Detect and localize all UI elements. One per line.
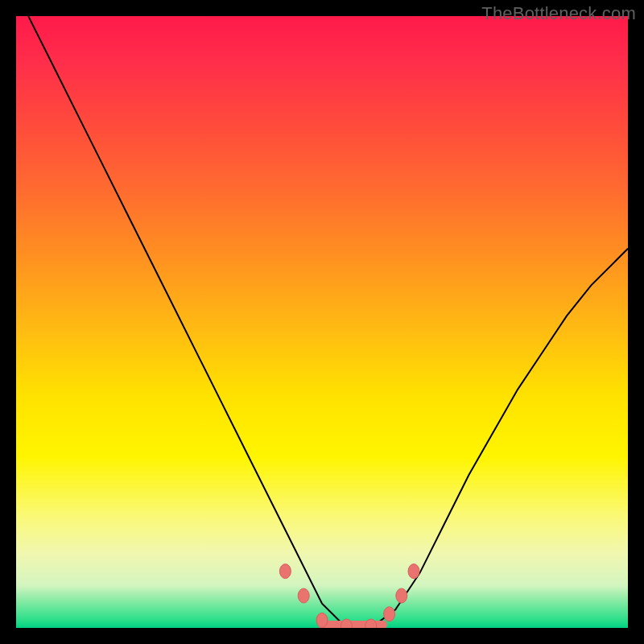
valley-marker-dot (396, 588, 407, 603)
bottleneck-curve (28, 16, 628, 628)
valley-marker-dot (384, 607, 395, 621)
valley-marker-dot (298, 588, 309, 603)
chart-frame: TheBottleneck.com (0, 0, 644, 644)
plot-area (16, 16, 628, 628)
chart-svg (16, 16, 628, 628)
valley-marker-dot (408, 564, 419, 579)
valley-marker-dot (341, 619, 352, 628)
valley-markers (279, 564, 419, 628)
valley-marker-dot (316, 613, 328, 627)
valley-marker-dot (365, 619, 377, 628)
watermark-text: TheBottleneck.com (481, 3, 636, 24)
valley-marker-dot (279, 564, 291, 579)
